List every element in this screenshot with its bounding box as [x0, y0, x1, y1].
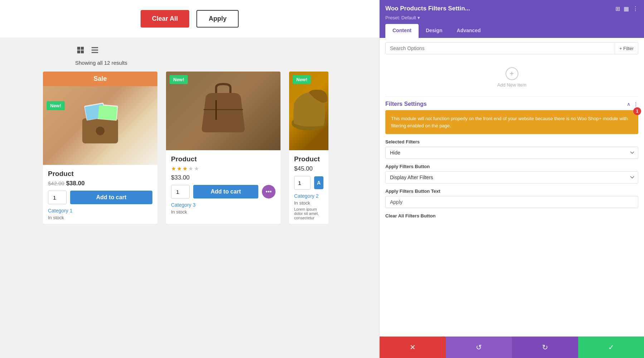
product-title: Product	[48, 170, 152, 178]
product-stock: In stock	[48, 215, 152, 220]
product-stars: ★ ★ ★ ★ ★	[171, 165, 275, 172]
product-title: Product	[171, 155, 275, 163]
panel-title-row: Woo Products Filters Settin... ⊞ ▦ ⋮	[385, 5, 638, 12]
product-actions: Add to cart	[48, 191, 152, 204]
apply-button[interactable]: Apply	[196, 10, 239, 28]
product-info: Product $45.00 A Category 2 In stock Lor…	[289, 150, 328, 224]
tab-advanced[interactable]: Advanced	[450, 24, 488, 38]
filters-settings-title: Filters Settings	[385, 101, 427, 107]
quantity-input[interactable]	[294, 176, 311, 190]
warning-text: This module will not function properly o…	[391, 116, 628, 128]
delete-button[interactable]: ✕	[380, 337, 446, 358]
apply-filters-text-label: Apply Filters Button Text	[385, 188, 638, 194]
product-title: Product	[294, 155, 323, 163]
panel-title-icons: ⊞ ▦ ⋮	[615, 5, 638, 12]
new-badge: New!	[293, 75, 311, 84]
add-to-cart-button[interactable]: A	[314, 176, 323, 189]
svg-rect-5	[92, 50, 98, 51]
selected-filters-row: Selected Filters Hide Show	[385, 139, 638, 159]
apply-filters-button-row: Apply Filters Button Display After Filte…	[385, 164, 638, 183]
product-info: Product ★ ★ ★ ★ ★ $33.00 Add to cart •••…	[166, 150, 280, 218]
add-new-item-button[interactable]: + Add New Item	[385, 59, 638, 93]
product-category[interactable]: Category 1	[48, 208, 152, 214]
product-description: Lorem ipsum dolor sit amet, consectetur	[294, 207, 323, 220]
filter-bar: Clear All Apply	[0, 0, 379, 38]
svg-rect-14	[215, 100, 217, 120]
add-to-cart-button[interactable]: Add to cart	[193, 185, 258, 198]
selected-filters-select[interactable]: Hide Show	[385, 147, 638, 159]
quantity-input[interactable]	[48, 191, 67, 204]
panel-body: + Filter + Add New Item Filters Settings…	[380, 38, 644, 228]
more-icon[interactable]: ⋮	[633, 5, 638, 12]
clear-all-button[interactable]: Clear All	[141, 10, 189, 28]
svg-rect-11	[98, 105, 117, 120]
section-header: Filters Settings ∧ ⋮	[385, 97, 638, 110]
apply-filters-button-select[interactable]: Display After Filters Display Before Fil…	[385, 171, 638, 183]
product-info: Product $42.00 $38.00 Add to cart Catego…	[43, 165, 157, 224]
svg-rect-4	[92, 47, 98, 48]
redo-button[interactable]: ↻	[512, 337, 578, 358]
search-input[interactable]	[386, 43, 615, 54]
apply-filters-text-input[interactable]	[385, 196, 638, 208]
clear-all-filters-row: Clear All Filters Button	[385, 213, 638, 219]
star-icon: ★	[194, 165, 199, 172]
selected-filters-label: Selected Filters	[385, 139, 638, 144]
search-bar: + Filter	[385, 42, 638, 54]
apply-filters-button-label: Apply Filters Button	[385, 164, 638, 169]
price: $33.00	[171, 174, 190, 181]
svg-rect-0	[77, 47, 80, 50]
more-options-button[interactable]: •••	[262, 185, 275, 198]
price-old: $42.00	[48, 180, 64, 186]
star-icon: ★	[188, 165, 193, 172]
panel-preset[interactable]: Preset: Default ▾	[385, 15, 638, 20]
product-stock: In stock	[171, 209, 275, 215]
right-panel: Woo Products Filters Settin... ⊞ ▦ ⋮ Pre…	[379, 0, 644, 358]
bottom-toolbar: ✕ ↺ ↻ ✓	[380, 337, 644, 358]
collapse-icon[interactable]: ∧	[627, 101, 630, 107]
svg-rect-13	[204, 109, 243, 110]
star-icon: ★	[177, 165, 182, 172]
undo-icon: ↺	[476, 343, 482, 352]
more-options-icon[interactable]: ⋮	[633, 101, 638, 107]
tab-design[interactable]: Design	[419, 24, 450, 38]
add-new-icon: +	[506, 67, 518, 80]
add-new-label: Add New Item	[497, 82, 527, 88]
product-price: $42.00 $38.00	[48, 180, 152, 187]
product-card: New! Product $45.00 A Category 2 In	[289, 72, 328, 224]
confirm-button[interactable]: ✓	[578, 337, 644, 358]
price-new: $38.00	[66, 180, 85, 187]
panel-tabs: Content Design Advanced	[385, 24, 638, 38]
svg-rect-6	[92, 52, 98, 53]
grid-view-icon[interactable]	[75, 45, 86, 55]
results-count: Showing all 12 results	[0, 58, 379, 72]
product-price: $33.00	[171, 174, 275, 181]
panel-header: Woo Products Filters Settin... ⊞ ▦ ⋮ Pre…	[380, 0, 644, 38]
star-icon: ★	[182, 165, 187, 172]
warning-badge: 1	[633, 107, 641, 115]
undo-button[interactable]: ↺	[446, 337, 512, 358]
warning-box: 1 This module will not function properly…	[385, 110, 638, 134]
product-card: Sale New! Product	[43, 72, 157, 224]
delete-icon: ✕	[410, 343, 416, 352]
add-filter-button[interactable]: + Filter	[615, 43, 638, 54]
tab-content[interactable]: Content	[385, 24, 419, 38]
star-icon: ★	[171, 165, 176, 172]
product-stock: In stock	[294, 200, 323, 206]
product-category[interactable]: Category 3	[171, 202, 275, 208]
add-to-cart-button[interactable]: Add to cart	[70, 191, 152, 204]
new-badge: New!	[170, 75, 188, 84]
filters-settings-section: Filters Settings ∧ ⋮ 1 This module will …	[385, 96, 638, 219]
list-view-icon[interactable]	[89, 45, 100, 55]
apply-filters-text-row: Apply Filters Button Text	[385, 188, 638, 208]
settings-icon[interactable]: ⊞	[615, 5, 620, 12]
section-actions: ∧ ⋮	[627, 101, 638, 107]
layout-icon[interactable]: ▦	[624, 5, 629, 12]
svg-rect-1	[81, 47, 84, 50]
product-category[interactable]: Category 2	[294, 193, 323, 199]
quantity-input[interactable]	[171, 185, 190, 198]
svg-rect-3	[81, 50, 84, 53]
product-image	[43, 86, 157, 165]
panel-title: Woo Products Filters Settin...	[385, 5, 470, 12]
sale-banner: Sale	[43, 72, 157, 86]
product-actions: Add to cart •••	[171, 185, 275, 198]
